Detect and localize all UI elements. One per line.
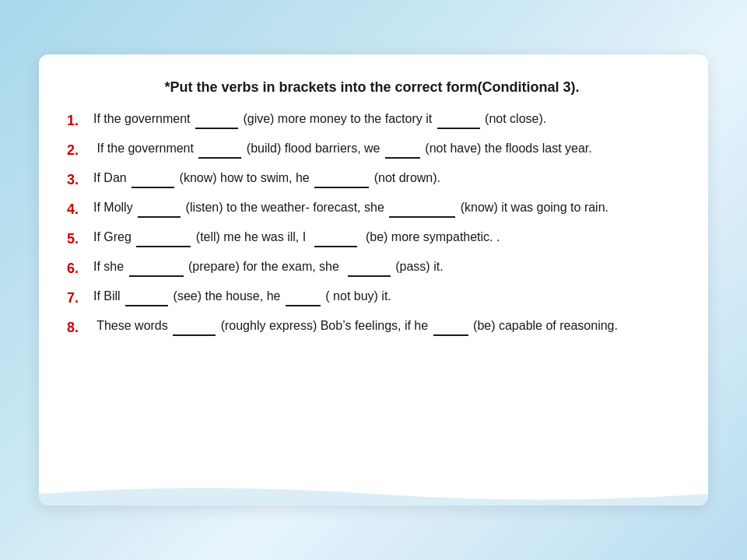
exercise-list: 1. If the government (give) more money t… — [67, 110, 677, 338]
list-item: 7. If Bill (see) the house, he ( not buy… — [67, 287, 677, 309]
blank-field[interactable] — [195, 115, 238, 129]
blank-field[interactable] — [129, 263, 184, 277]
blank-field[interactable] — [286, 292, 321, 306]
item-sentence: If Molly (listen) to the weather- foreca… — [93, 198, 677, 220]
blank-field[interactable] — [348, 263, 391, 277]
list-item: 4. If Molly (listen) to the weather- for… — [67, 198, 677, 220]
item-sentence: If the government (build) flood barriers… — [93, 139, 677, 161]
blank-field[interactable] — [314, 174, 369, 188]
item-number: 4. — [67, 198, 93, 220]
item-sentence: If Greg (tell) me he was ill, I (be) mor… — [93, 228, 677, 250]
blank-field[interactable] — [437, 115, 480, 129]
item-number: 8. — [67, 317, 93, 338]
item-sentence: If she (prepare) for the exam, she (pass… — [93, 257, 677, 279]
blank-field[interactable] — [138, 204, 181, 218]
blank-field[interactable] — [314, 233, 357, 247]
exercise-title: *Put the verbs in brackets into the corr… — [67, 79, 677, 96]
blank-field[interactable] — [173, 322, 216, 336]
list-item: 8. These words (roughly express) Bob’s f… — [67, 317, 677, 338]
list-item: 6. If she (prepare) for the exam, she (p… — [67, 257, 677, 279]
item-sentence: If Dan (know) how to swim, he (not drown… — [93, 169, 677, 191]
item-number: 3. — [67, 169, 93, 191]
blank-field[interactable] — [389, 204, 455, 218]
list-item: 2. If the government (build) flood barri… — [67, 139, 677, 161]
list-item: 3. If Dan (know) how to swim, he (not dr… — [67, 169, 677, 191]
item-number: 6. — [67, 257, 93, 279]
item-number: 1. — [67, 110, 93, 131]
blank-field[interactable] — [198, 145, 241, 159]
item-number: 2. — [67, 139, 93, 161]
wave-decoration — [39, 482, 708, 506]
blank-field[interactable] — [433, 322, 468, 336]
item-number: 5. — [67, 228, 93, 250]
list-item: 1. If the government (give) more money t… — [67, 110, 677, 131]
item-sentence: If the government (give) more money to t… — [93, 110, 677, 131]
item-sentence: These words (roughly express) Bob’s feel… — [93, 317, 677, 338]
blank-field[interactable] — [385, 145, 420, 159]
item-sentence: If Bill (see) the house, he ( not buy) i… — [93, 287, 677, 309]
item-number: 7. — [67, 287, 93, 309]
list-item: 5. If Greg (tell) me he was ill, I (be) … — [67, 228, 677, 250]
exercise-card: *Put the verbs in brackets into the corr… — [39, 54, 708, 506]
blank-field[interactable] — [132, 174, 174, 188]
blank-field[interactable] — [125, 292, 168, 306]
blank-field[interactable] — [136, 233, 191, 247]
